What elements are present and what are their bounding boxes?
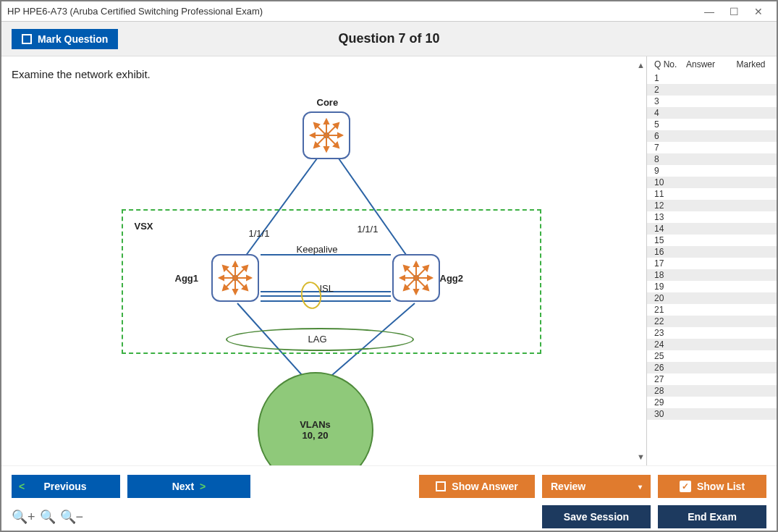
- checkbox-icon: [436, 481, 446, 491]
- maximize-button[interactable]: ☐: [722, 4, 746, 20]
- agg2-switch-icon: [392, 254, 440, 302]
- qno-cell: 4: [654, 108, 686, 118]
- exam-window: HP HPE6-A73 (Aruba Certified Switching P…: [0, 0, 778, 532]
- question-row[interactable]: 3: [647, 96, 777, 107]
- previous-label: Previous: [22, 481, 109, 492]
- vlans-label-2: 10, 20: [302, 430, 328, 441]
- question-row[interactable]: 5: [647, 119, 777, 130]
- vlans-label-1: VLANs: [300, 419, 331, 430]
- qno-cell: 8: [654, 154, 686, 164]
- question-row[interactable]: 17: [647, 258, 777, 269]
- isl-label: ISL: [320, 283, 334, 294]
- footer-row-1: < Previous Next > Show Answer Review ▾ ✓…: [12, 475, 766, 498]
- question-row[interactable]: 4: [647, 107, 777, 119]
- question-row[interactable]: 30: [647, 408, 777, 420]
- minimize-button[interactable]: —: [697, 4, 722, 20]
- svg-marker-27: [219, 276, 224, 280]
- question-row[interactable]: 12: [647, 200, 777, 211]
- close-button[interactable]: ✕: [746, 4, 771, 20]
- zoom-in-icon[interactable]: 🔍+: [12, 509, 35, 525]
- zoom-reset-icon[interactable]: 🔍: [40, 509, 56, 525]
- qno-cell: 25: [654, 351, 686, 361]
- question-row[interactable]: 10: [647, 177, 777, 188]
- question-row[interactable]: 11: [647, 188, 777, 200]
- question-row[interactable]: 29: [647, 397, 777, 408]
- qno-cell: 12: [654, 200, 686, 211]
- chevron-down-icon: ▾: [638, 483, 642, 491]
- window-title: HP HPE6-A73 (Aruba Certified Switching P…: [7, 6, 263, 17]
- svg-marker-42: [414, 290, 418, 294]
- show-list-button[interactable]: ✓ Show List: [658, 475, 766, 498]
- network-diagram: Core: [93, 86, 556, 434]
- agg2-label: Agg2: [440, 273, 464, 284]
- qno-cell: 23: [654, 328, 686, 338]
- question-row[interactable]: 13: [647, 211, 777, 223]
- vlans-circle: VLANs 10, 20: [258, 372, 373, 465]
- question-row[interactable]: 8: [647, 153, 777, 165]
- question-row[interactable]: 6: [647, 130, 777, 142]
- chevron-right-icon: >: [200, 481, 206, 492]
- question-row[interactable]: 1: [647, 72, 777, 84]
- qno-cell: 9: [654, 166, 686, 176]
- svg-marker-25: [233, 290, 237, 294]
- svg-marker-44: [400, 276, 405, 280]
- review-button[interactable]: Review ▾: [542, 475, 651, 498]
- question-row[interactable]: 26: [647, 362, 777, 373]
- question-row[interactable]: 7: [647, 142, 777, 153]
- port-left-label: 1/1/1: [249, 228, 270, 239]
- question-row[interactable]: 2: [647, 84, 777, 96]
- save-session-label: Save Session: [564, 511, 629, 523]
- question-list-panel: Q No. Answer Marked 12345678910111213141…: [646, 56, 777, 465]
- qno-cell: 28: [654, 386, 686, 396]
- qno-cell: 1: [654, 73, 686, 83]
- zoom-out-icon[interactable]: 🔍−: [60, 509, 84, 525]
- svg-marker-6: [324, 119, 329, 124]
- qno-cell: 2: [654, 85, 686, 95]
- scroll-up-icon[interactable]: ▲: [637, 61, 645, 69]
- question-row[interactable]: 23: [647, 327, 777, 339]
- save-session-button[interactable]: Save Session: [542, 505, 651, 528]
- svg-marker-29: [247, 276, 251, 280]
- qno-cell: 5: [654, 119, 686, 130]
- question-row[interactable]: 16: [647, 246, 777, 258]
- svg-marker-40: [414, 262, 418, 266]
- footer-row-2: 🔍+ 🔍 🔍− Save Session End Exam: [12, 505, 766, 528]
- qno-cell: 21: [654, 305, 686, 315]
- svg-marker-46: [428, 276, 432, 280]
- question-list-body[interactable]: 1234567891011121314151617181920212223242…: [647, 72, 777, 465]
- review-label: Review: [551, 481, 585, 492]
- titlebar: HP HPE6-A73 (Aruba Certified Switching P…: [1, 1, 777, 22]
- question-row[interactable]: 21: [647, 304, 777, 316]
- question-row[interactable]: 27: [647, 373, 777, 385]
- qno-cell: 3: [654, 96, 686, 106]
- port-right-label: 1/1/1: [358, 224, 379, 235]
- show-list-label: Show List: [697, 481, 745, 492]
- scroll-down-icon[interactable]: ▼: [637, 452, 645, 461]
- qno-cell: 10: [654, 177, 686, 187]
- end-exam-button[interactable]: End Exam: [658, 505, 766, 528]
- question-row[interactable]: 20: [647, 292, 777, 304]
- question-row[interactable]: 25: [647, 350, 777, 362]
- next-label: Next: [172, 481, 194, 492]
- show-answer-button[interactable]: Show Answer: [419, 475, 535, 498]
- isl-link: [261, 300, 391, 302]
- question-row[interactable]: 28: [647, 385, 777, 397]
- agg1-switch-icon: [211, 254, 259, 302]
- qno-cell: 18: [654, 270, 686, 280]
- question-row[interactable]: 18: [647, 269, 777, 281]
- question-row[interactable]: 9: [647, 165, 777, 177]
- question-row[interactable]: 19: [647, 281, 777, 292]
- previous-button[interactable]: < Previous: [12, 475, 120, 498]
- question-row[interactable]: 24: [647, 339, 777, 350]
- qno-cell: 24: [654, 339, 686, 350]
- isl-link: [261, 295, 391, 297]
- question-row[interactable]: 14: [647, 223, 777, 235]
- mark-question-button[interactable]: Mark Question: [12, 29, 118, 49]
- qno-cell: 19: [654, 282, 686, 292]
- core-switch-icon: [303, 111, 350, 159]
- question-row[interactable]: 22: [647, 316, 777, 327]
- vsx-label: VSX: [135, 221, 153, 232]
- svg-marker-10: [310, 133, 315, 138]
- question-row[interactable]: 15: [647, 235, 777, 246]
- next-button[interactable]: Next >: [127, 475, 250, 498]
